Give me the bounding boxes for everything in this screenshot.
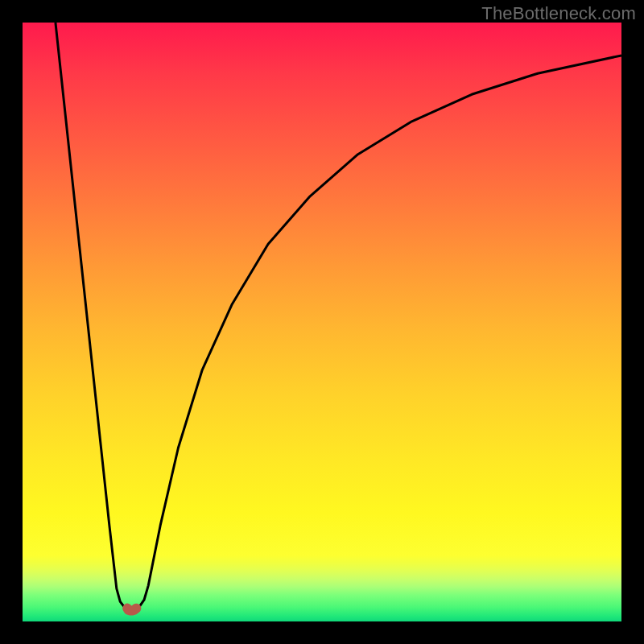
chart-frame: TheBottleneck.com [0,0,644,644]
curve-left-branch [56,23,127,609]
curve-layer [23,23,621,621]
curve-bottom-connector [127,609,136,611]
curve-right-branch [136,56,621,609]
plot-area [23,23,621,621]
watermark-text: TheBottleneck.com [481,3,636,24]
